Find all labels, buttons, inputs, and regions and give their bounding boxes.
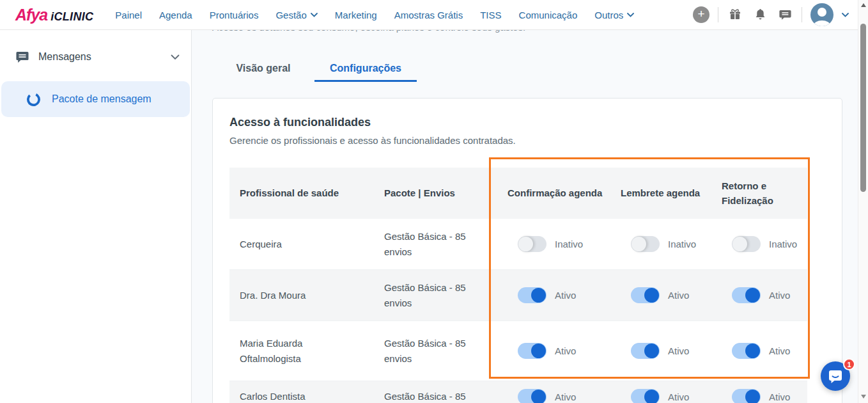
tab-configuracoes[interactable]: Configurações (314, 56, 417, 82)
toggle-cell: Inativo (497, 236, 610, 252)
app-window: Afya iCLINIC Painel Agenda Prontuários G… (0, 0, 868, 403)
toggle-switch[interactable] (732, 236, 761, 252)
toggle-cell: Inativo (610, 236, 711, 252)
avatar-shoulders (814, 20, 830, 26)
sidebar-item-mensagens[interactable]: Mensagens (0, 39, 191, 75)
toggle-cell: Ativo (711, 287, 807, 303)
bell-icon[interactable] (752, 6, 768, 23)
toggle-switch[interactable] (631, 287, 660, 303)
nav-painel[interactable]: Painel (115, 10, 142, 20)
toggle-label: Ativo (769, 390, 790, 403)
nav-marketing[interactable]: Marketing (335, 10, 377, 20)
toggle-label: Ativo (555, 390, 576, 403)
nav-agenda[interactable]: Agenda (159, 10, 192, 20)
nav-comunicacao[interactable]: Comunicação (519, 10, 578, 20)
scroll-up-arrow[interactable] (861, 3, 866, 7)
toggle-label: Ativo (668, 344, 689, 358)
professional-cell: Cerqueira (229, 237, 374, 251)
chat-bubble-icon (15, 51, 29, 64)
toggle-switch[interactable] (631, 389, 660, 403)
toggle-cell: Ativo (497, 381, 610, 403)
chevron-down-icon (627, 13, 634, 17)
toggle-label: Ativo (555, 288, 576, 303)
toggle-label: Inativo (555, 237, 583, 251)
scrollbar-thumb[interactable] (860, 24, 866, 192)
nav-prontuarios[interactable]: Prontuários (210, 10, 259, 20)
professionals-table: Profissional de saúde Pacote | Envios Co… (229, 168, 807, 403)
professional-cell: Maria Eduarda Oftalmologista (229, 336, 374, 366)
access-card: Acesso à funcionalidades Gerencie os pro… (212, 98, 842, 403)
package-cell: Gestão Básica - 85 envios (374, 381, 497, 403)
chevron-down-icon (171, 54, 180, 60)
user-avatar[interactable] (810, 3, 833, 26)
package-cell: Gestão Básica - 85 envios (374, 336, 497, 366)
package-cell: Gestão Básica - 85 envios (374, 229, 497, 259)
toggle-label: Ativo (769, 288, 790, 303)
divider (718, 7, 718, 22)
gift-icon[interactable] (727, 6, 743, 23)
toggle-switch[interactable] (732, 343, 761, 359)
header-professional: Profissional de saúde (229, 186, 374, 200)
package-cell: Gestão Básica - 85 envios (374, 280, 497, 310)
left-sidebar: Mensagens Pacote de mensagem (0, 30, 192, 403)
table-row: Carlos Dentista Gestão Básica - 85 envio… (229, 381, 807, 403)
nav-amostras-gratis[interactable]: Amostras Grátis (394, 10, 463, 20)
sidebar-item-label: Pacote de mensagem (52, 93, 151, 105)
logo-iclinic: iCLINIC (50, 10, 93, 24)
sidebar-item-label: Mensagens (38, 51, 91, 63)
toggle-cell: Inativo (711, 236, 807, 252)
divider (802, 7, 802, 22)
toggle-cell: Ativo (711, 343, 807, 359)
nav-gestao[interactable]: Gestão (275, 10, 317, 20)
toggle-label: Ativo (668, 288, 689, 303)
toggle-switch[interactable] (631, 236, 660, 252)
toggle-cell: Ativo (610, 287, 711, 303)
vertical-scrollbar[interactable] (858, 0, 868, 403)
donut-ring-icon (26, 91, 42, 107)
table-row: Dra. Dra Moura Gestão Básica - 85 envios… (229, 270, 807, 321)
toggle-cell: Ativo (497, 287, 610, 303)
toggle-cell: Ativo (497, 343, 610, 359)
logo-afya: Afya (15, 6, 47, 24)
card-title: Acesso à funcionalidades (229, 116, 825, 129)
toggle-cell: Ativo (711, 381, 807, 403)
scroll-down-arrow[interactable] (861, 395, 866, 399)
brand-logo[interactable]: Afya iCLINIC (15, 6, 93, 24)
navbar-actions: + (693, 3, 849, 26)
sidebar-item-pacote-de-mensagem[interactable]: Pacote de mensagem (1, 81, 190, 117)
professional-cell: Dra. Dra Moura (229, 288, 374, 303)
chat-smile-icon (827, 368, 844, 384)
support-chat-launcher[interactable]: 1 (821, 361, 850, 391)
toggle-cell: Ativo (610, 381, 711, 403)
toggle-switch[interactable] (732, 389, 761, 403)
toggle-cell: Ativo (610, 343, 711, 359)
plus-circle-icon[interactable]: + (693, 6, 709, 23)
toggle-switch[interactable] (518, 287, 546, 303)
chat-icon[interactable] (777, 6, 793, 23)
tab-bar: Visão geral Configurações (212, 56, 417, 82)
tab-visao-geral[interactable]: Visão geral (212, 56, 314, 82)
toggle-switch[interactable] (631, 343, 660, 359)
card-subtitle: Gerencie os profissionais e acesso às fu… (229, 135, 825, 146)
toggle-label: Ativo (668, 390, 689, 403)
header-retorno: Retorno e Fidelização (711, 178, 807, 209)
top-navbar: Afya iCLINIC Painel Agenda Prontuários G… (0, 0, 858, 30)
main-content: Acesse os detalhes seu consumo, escolha … (192, 0, 858, 403)
toggle-switch[interactable] (732, 287, 761, 303)
toggle-switch[interactable] (518, 389, 546, 403)
table-row: Maria Eduarda Oftalmologista Gestão Bási… (229, 321, 807, 381)
avatar-head (818, 8, 826, 17)
header-package: Pacote | Envios (374, 186, 497, 200)
toggle-switch[interactable] (518, 343, 546, 359)
nav-outros[interactable]: Outros (594, 10, 634, 20)
nav-tiss[interactable]: TISS (480, 10, 501, 20)
table-row: Cerqueira Gestão Básica - 85 envios Inat… (229, 219, 807, 270)
toggle-label: Ativo (769, 344, 790, 358)
toggle-label: Inativo (668, 237, 696, 251)
account-chevron-down-icon[interactable] (842, 13, 849, 17)
toggle-switch[interactable] (518, 236, 546, 252)
header-lembrete: Lembrete agenda (610, 186, 711, 200)
chevron-down-icon (311, 13, 318, 17)
header-confirmacao: Confirmação agenda (497, 186, 610, 200)
table-header-row: Profissional de saúde Pacote | Envios Co… (229, 168, 807, 219)
